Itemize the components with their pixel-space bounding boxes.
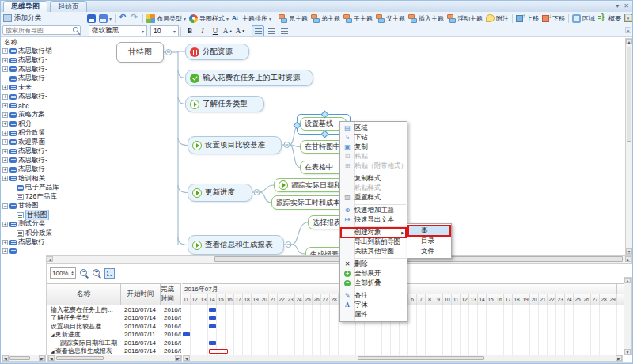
- scroll-up-icon[interactable]: ▲: [624, 278, 631, 283]
- expand-icon[interactable]: +: [2, 103, 8, 108]
- sidebar-item-未来[interactable]: +未来: [1, 83, 85, 93]
- menu-item-快速增加主题[interactable]: ⊕快速增加主题: [340, 206, 407, 215]
- menu-item-复制样式[interactable]: 复制样式: [340, 174, 407, 184]
- menu-item-删除[interactable]: ✕删除: [340, 260, 407, 269]
- search-icon[interactable]: [73, 27, 80, 34]
- underline-button[interactable]: U: [210, 26, 221, 36]
- sidebar-item-策略方案[interactable]: +策略方案: [1, 111, 85, 120]
- move-up-button[interactable]: 上移: [514, 13, 540, 24]
- tab-startpage[interactable]: 起始页: [50, 1, 87, 12]
- menu-item-创建对象[interactable]: 创建对象▶: [340, 228, 407, 237]
- gantt-row[interactable]: 了解任务类型2016/07/142016/0: [47, 314, 181, 323]
- sidebar-item-abc[interactable]: +abc: [1, 101, 85, 111]
- collapse-icon[interactable]: −: [2, 203, 8, 209]
- sidebar-item-培训相关[interactable]: +培训相关: [1, 174, 85, 184]
- row-expanded-icon[interactable]: ◢: [51, 332, 55, 337]
- scroll-left-icon[interactable]: ◀: [48, 355, 55, 361]
- sidebar-item-杰思敏行-[interactable]: +杰思敏行-: [1, 93, 85, 102]
- expand-icon[interactable]: +: [2, 139, 8, 145]
- expand-icon[interactable]: +: [2, 240, 8, 245]
- scroll-right-icon[interactable]: ▶: [39, 355, 45, 361]
- menu-item-快速导出文本[interactable]: ↦快速导出文本: [340, 215, 407, 225]
- menu-item-字体[interactable]: A字体: [340, 301, 407, 310]
- gantt-row[interactable]: 输入花费在任务上的...2016/07/142016/0: [47, 305, 181, 314]
- zoom-spinner[interactable]: ▲▼: [70, 271, 74, 276]
- map-style-button[interactable]: 导图样式▾: [188, 13, 230, 24]
- canvas-vscroll-thumb[interactable]: [627, 47, 631, 142]
- zoom-out-icon[interactable]: −: [79, 268, 89, 278]
- gantt-bar[interactable]: [209, 308, 216, 312]
- expand-icon[interactable]: +: [2, 176, 8, 181]
- scroll-left-icon[interactable]: ◀: [47, 256, 53, 262]
- menu-item-下钻[interactable]: ↳下钻: [340, 133, 407, 142]
- menu-item-重置样式[interactable]: ▨重置样式: [340, 193, 407, 203]
- gantt-table-hscroll-thumb[interactable]: [56, 356, 104, 360]
- sidebar-item-杰思敏行-[interactable]: +杰思敏行-: [1, 65, 85, 74]
- undo-button[interactable]: [117, 13, 129, 24]
- redo-button[interactable]: [129, 13, 141, 24]
- tab-mindmap[interactable]: 思维导图: [3, 1, 47, 12]
- zoom-in-icon[interactable]: +: [92, 268, 101, 278]
- sidebar-item-杰思敏行-[interactable]: +杰思敏行-: [1, 156, 85, 165]
- mindmap-node[interactable]: 查看信息和生成报表: [188, 235, 284, 255]
- scroll-down-icon[interactable]: ▼: [624, 349, 631, 355]
- sidebar-item-积分政策[interactable]: +积分政策: [1, 229, 85, 238]
- save-as-button[interactable]: ▾: [97, 13, 113, 24]
- menu-item-复制[interactable]: ▣复制: [340, 142, 407, 152]
- font-family-select[interactable]: 微软雅黑▾: [89, 25, 147, 36]
- child-topic-button[interactable]: 子主题: [342, 13, 374, 24]
- sidebar-item-积分[interactable]: +积分: [1, 119, 85, 129]
- gantt-zoom-input[interactable]: 100% ▲▼: [50, 267, 76, 279]
- toolbar-overflow-button[interactable]: ▾: [625, 14, 631, 21]
- scroll-right-icon[interactable]: ▶: [616, 355, 622, 361]
- sidebar-item-甘特图[interactable]: −甘特图: [1, 202, 85, 211]
- gantt-bar[interactable]: [183, 332, 190, 336]
- menu-item-粘贴（附带格式）[interactable]: ⊞粘贴（附带格式）: [340, 161, 407, 171]
- sidebar-hscroll-thumb[interactable]: [9, 356, 30, 360]
- align-center-button[interactable]: [266, 26, 277, 36]
- gantt-column-header[interactable]: 开始时间: [121, 284, 161, 305]
- gantt-bar[interactable]: [209, 316, 216, 320]
- selection-handle-left[interactable]: [294, 122, 301, 130]
- mindmap-node[interactable]: 更新进度: [188, 184, 252, 202]
- expand-icon[interactable]: +: [2, 248, 8, 254]
- menu-item-关联其他导图[interactable]: 关联其他导图: [340, 247, 407, 256]
- sort-button[interactable]: 主题排序▾: [230, 13, 273, 24]
- submenu-item-事[interactable]: 事: [407, 226, 451, 236]
- gantt-row[interactable]: 设置项目比较基准2016/07/142016/0: [47, 322, 181, 331]
- scroll-up-icon[interactable]: ▲: [626, 39, 632, 44]
- gantt-column-header[interactable]: 完成时间: [161, 284, 181, 305]
- summary-button[interactable]: 概要: [597, 13, 623, 24]
- expand-icon[interactable]: +: [2, 48, 8, 54]
- move-down-button[interactable]: 下移: [540, 13, 567, 24]
- menu-item-导出到新的导图[interactable]: 导出到新的导图: [340, 237, 407, 247]
- expand-icon[interactable]: +: [2, 157, 8, 163]
- sidebar-item-杰思敏行[interactable]: +杰思敏行: [1, 238, 85, 248]
- expand-icon[interactable]: +: [2, 149, 8, 154]
- gantt-row[interactable]: 跟踪实际日期和工期2016/07/142016/0: [47, 339, 181, 347]
- menu-item-属性[interactable]: 属性: [340, 310, 407, 320]
- save-button[interactable]: [85, 13, 97, 24]
- sidebar-item-欢迎界面[interactable]: +欢迎界面: [1, 138, 85, 147]
- selection-handle-bottom[interactable]: [321, 131, 329, 138]
- gantt-chart-hscrollbar[interactable]: ◀ ▶: [183, 355, 623, 362]
- font-increase-button[interactable]: A▲: [222, 26, 233, 36]
- scroll-right-icon[interactable]: ▶: [625, 256, 631, 262]
- sidebar-item-杰思敏行-[interactable]: +杰思敏行-: [1, 56, 85, 66]
- align-right-button[interactable]: [279, 26, 290, 36]
- gantt-vscrollbar[interactable]: ▲ ▼: [624, 277, 632, 355]
- menu-item-粘贴样式[interactable]: 粘贴样式: [340, 184, 407, 193]
- sibling-topic-button[interactable]: 兄主题: [277, 13, 309, 24]
- selection-handle-top[interactable]: [321, 111, 329, 119]
- gantt-column-header[interactable]: 名称: [47, 284, 121, 305]
- gantt-row[interactable]: ◢更新进度2016/07/112016/0: [47, 331, 181, 339]
- search-input[interactable]: [2, 25, 81, 35]
- gantt-bar[interactable]: [209, 349, 228, 354]
- italic-button[interactable]: I: [197, 26, 208, 36]
- floating-topic-button[interactable]: 浮动主题: [445, 13, 484, 24]
- scroll-left-icon[interactable]: ◀: [2, 355, 9, 361]
- menu-item-粘贴[interactable]: ⊡粘贴: [340, 152, 407, 161]
- mindmap-node[interactable]: 分配资源: [185, 44, 249, 60]
- row-expanded-icon[interactable]: ◢: [51, 349, 55, 354]
- expand-icon[interactable]: +: [2, 167, 8, 173]
